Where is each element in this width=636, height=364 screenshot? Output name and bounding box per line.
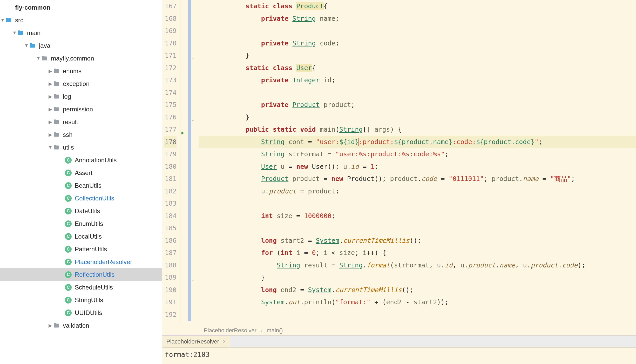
- code-line[interactable]: u.product = product;: [199, 185, 636, 198]
- line-number[interactable]: 178: [164, 136, 177, 148]
- code-line[interactable]: }: [199, 111, 636, 124]
- line-number[interactable]: 174: [164, 86, 177, 99]
- tree-item-utils[interactable]: ▼utils: [0, 141, 162, 154]
- chevron-down-icon[interactable]: ▼: [12, 30, 17, 36]
- tree-item-placeholderresolver[interactable]: ▶CPlaceholderResolver: [0, 255, 162, 268]
- run-icon[interactable]: ▶: [181, 126, 184, 139]
- tree-item-main[interactable]: ▼main: [0, 26, 162, 39]
- code-line[interactable]: [199, 25, 636, 37]
- tree-item-assert[interactable]: ▶CAssert: [0, 166, 162, 179]
- chevron-down-icon[interactable]: ▼: [48, 145, 53, 150]
- tree-item-annotationutils[interactable]: ▶CAnnotationUtils: [0, 154, 162, 166]
- code-line[interactable]: }: [199, 271, 636, 284]
- tree-item-result[interactable]: ▶result: [0, 116, 162, 128]
- code-line[interactable]: User u = new User(); u.id = 1;: [199, 160, 636, 173]
- code-line[interactable]: String strFormat = "user:%s:product:%s:c…: [199, 148, 636, 160]
- tree-item-scheduleutils[interactable]: ▶CScheduleUtils: [0, 281, 162, 294]
- line-number[interactable]: 173: [164, 74, 177, 86]
- code-line[interactable]: long end2 = System.currentTimeMillis();: [199, 284, 636, 296]
- code-line[interactable]: Product product = new Product(); product…: [199, 173, 636, 185]
- tree-item-patternutils[interactable]: ▶CPatternUtils: [0, 243, 162, 255]
- close-icon[interactable]: ×: [223, 339, 226, 345]
- tree-item-beanutils[interactable]: ▶CBeanUtils: [0, 179, 162, 192]
- code-line[interactable]: static class User{: [199, 62, 636, 74]
- chevron-right-icon[interactable]: ▶: [48, 94, 53, 99]
- line-number[interactable]: 179: [164, 148, 177, 160]
- code-line[interactable]: }: [199, 49, 636, 62]
- line-number[interactable]: 176: [164, 111, 177, 124]
- chevron-down-icon[interactable]: ▼: [24, 43, 29, 48]
- line-number[interactable]: 175: [164, 99, 177, 111]
- line-number[interactable]: 184: [164, 210, 177, 222]
- line-number[interactable]: 187: [164, 247, 177, 259]
- tree-item-log[interactable]: ▶log: [0, 90, 162, 103]
- tree-item-permission[interactable]: ▶permission: [0, 103, 162, 116]
- code-line[interactable]: private Product product;: [199, 99, 636, 111]
- line-number-gutter[interactable]: 1671681691701711721731741751761771781791…: [162, 0, 180, 325]
- tree-item-exception[interactable]: ▶exception: [0, 77, 162, 90]
- code-body[interactable]: static class Product{ private String nam…: [196, 0, 636, 325]
- chevron-right-icon[interactable]: ▶: [48, 68, 53, 74]
- code-line[interactable]: long start2 = System.currentTimeMillis()…: [199, 234, 636, 247]
- chevron-down-icon[interactable]: ▼: [36, 56, 41, 61]
- line-number[interactable]: 191: [164, 296, 177, 308]
- code-line[interactable]: [199, 308, 636, 321]
- code-line[interactable]: static class Product{: [199, 0, 636, 12]
- tree-item-stringutils[interactable]: ▶CStringUtils: [0, 294, 162, 306]
- tree-item-fly-common[interactable]: ▶fly-common: [0, 1, 162, 14]
- code-line[interactable]: private Integer id;: [199, 74, 636, 86]
- line-number[interactable]: 188: [164, 259, 177, 272]
- code-line[interactable]: int size = 1000000;: [199, 210, 636, 222]
- tree-item-reflectionutils[interactable]: ▶CReflectionUtils: [0, 268, 162, 281]
- fold-icon[interactable]: ▾: [192, 275, 194, 287]
- line-number[interactable]: 190: [164, 284, 177, 296]
- line-number[interactable]: 171: [164, 49, 177, 62]
- fold-icon[interactable]: ▾: [192, 53, 194, 65]
- tree-item-enumutils[interactable]: ▶CEnumUtils: [0, 217, 162, 230]
- run-gutter[interactable]: ▶: [180, 0, 188, 325]
- line-number[interactable]: 170: [164, 37, 177, 50]
- line-number[interactable]: 183: [164, 197, 177, 210]
- line-number[interactable]: 182: [164, 185, 177, 198]
- line-number[interactable]: 180: [164, 160, 177, 173]
- line-number[interactable]: 181: [164, 173, 177, 185]
- tree-item-localutils[interactable]: ▶CLocalUtils: [0, 230, 162, 243]
- code-line[interactable]: [199, 197, 636, 210]
- line-number[interactable]: 192: [164, 308, 177, 321]
- chevron-right-icon[interactable]: ▶: [48, 132, 53, 138]
- code-line[interactable]: System.out.println("format:" + (end2 - s…: [199, 296, 636, 308]
- breadcrumb-method[interactable]: main(): [267, 327, 283, 334]
- tree-item-collectionutils[interactable]: ▶CCollectionUtils: [0, 192, 162, 205]
- code-line[interactable]: String cont = "user:${id}:product:${prod…: [199, 136, 636, 148]
- code-line[interactable]: [199, 86, 636, 99]
- line-number[interactable]: 169: [164, 25, 177, 37]
- console-output[interactable]: format:2103: [162, 347, 636, 364]
- chevron-right-icon[interactable]: ▶: [48, 106, 53, 112]
- code-line[interactable]: private String name;: [199, 12, 636, 25]
- code-line[interactable]: String result = String.format(strFormat,…: [199, 259, 636, 272]
- tree-item-ssh[interactable]: ▶ssh: [0, 128, 162, 141]
- line-number[interactable]: 168: [164, 12, 177, 25]
- line-number[interactable]: 185: [164, 222, 177, 234]
- tree-item-dateutils[interactable]: ▶CDateUtils: [0, 205, 162, 217]
- chevron-right-icon[interactable]: ▶: [48, 323, 53, 328]
- tree-item-validation[interactable]: ▶validation: [0, 319, 162, 332]
- fold-icon[interactable]: ▾: [192, 115, 194, 127]
- code-editor[interactable]: 1671681691701711721731741751761771781791…: [162, 0, 636, 325]
- line-number[interactable]: 189: [164, 271, 177, 284]
- line-number[interactable]: 186: [164, 234, 177, 247]
- tree-item-uuidutils[interactable]: ▶CUUIDUtils: [0, 306, 162, 319]
- fold-gutter[interactable]: ▾▾▾: [191, 0, 196, 325]
- code-line[interactable]: [199, 222, 636, 234]
- chevron-right-icon[interactable]: ▶: [48, 81, 53, 87]
- breadcrumb-class[interactable]: PlaceholderResolver: [204, 327, 256, 334]
- tree-item-mayfly-common[interactable]: ▼mayfly.common: [0, 52, 162, 65]
- line-number[interactable]: 177: [164, 123, 177, 136]
- editor-tab[interactable]: PlaceholderResolver ×: [162, 336, 230, 347]
- code-line[interactable]: public static void main(String[] args) {: [199, 123, 636, 136]
- project-tree[interactable]: ▶fly-common▼src▼main▼java▼mayfly.common▶…: [0, 0, 162, 364]
- breadcrumb[interactable]: PlaceholderResolver › main(): [162, 325, 636, 335]
- code-line[interactable]: private String code;: [199, 37, 636, 50]
- code-line[interactable]: for (int i = 0; i < size; i++) {: [199, 247, 636, 259]
- tree-item-java[interactable]: ▼java: [0, 39, 162, 52]
